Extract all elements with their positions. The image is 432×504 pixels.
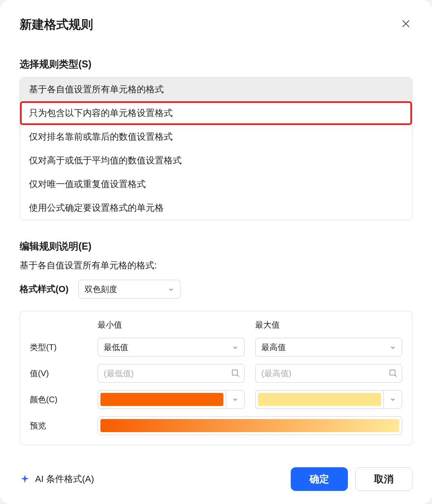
min-value-placeholder: (最低值) — [104, 368, 134, 379]
max-type-select[interactable]: 最高值 — [255, 338, 402, 357]
svg-rect-0 — [232, 370, 238, 375]
new-format-rule-dialog: 新建格式规则 选择规则类型(S) 基于各自值设置所有单元格的格式 只为包含以下内… — [0, 0, 432, 504]
dialog-title: 新建格式规则 — [20, 16, 412, 33]
min-value-input[interactable]: (最低值) — [98, 364, 245, 383]
min-type-value: 最低值 — [104, 342, 128, 353]
rule-type-item[interactable]: 基于各自值设置所有单元格的格式 — [20, 78, 412, 101]
type-row-label: 类型(T) — [30, 342, 87, 353]
max-type-value: 最高值 — [261, 342, 286, 353]
min-type-select[interactable]: 最低值 — [98, 338, 245, 357]
rule-type-list: 基于各自值设置所有单元格的格式 只为包含以下内容的单元格设置格式 仅对排名靠前或… — [20, 77, 412, 220]
chevron-down-icon — [390, 396, 396, 403]
ai-link-label: AI 条件格式(A) — [35, 473, 94, 485]
max-color-swatch — [255, 390, 383, 409]
rule-type-item[interactable]: 使用公式确定要设置格式的单元格 — [20, 196, 412, 220]
rule-type-item[interactable]: 只为包含以下内容的单元格设置格式 — [20, 101, 412, 125]
dialog-footer: AI 条件格式(A) 确定 取消 — [20, 467, 412, 491]
format-style-select[interactable]: 双色刻度 — [78, 280, 180, 299]
svg-rect-1 — [390, 370, 395, 375]
chevron-down-icon — [232, 343, 239, 351]
format-style-value: 双色刻度 — [85, 284, 117, 295]
max-value-input[interactable]: (最高值) — [255, 364, 402, 383]
max-value-placeholder: (最高值) — [261, 368, 291, 379]
rule-description: 基于各自值设置所有单元格的格式: — [20, 259, 412, 272]
range-picker-icon[interactable] — [389, 369, 398, 378]
preview-gradient — [100, 419, 399, 432]
color-scale-settings: 最小值 最大值 类型(T) 最低值 最高值 值(V) (最低值) (最高值) — [20, 311, 412, 445]
min-color-select[interactable] — [98, 390, 245, 409]
chevron-down-icon — [232, 396, 238, 403]
footer-buttons: 确定 取消 — [291, 467, 412, 491]
cancel-button[interactable]: 取消 — [355, 467, 412, 491]
format-style-row: 格式样式(O) 双色刻度 — [20, 280, 412, 299]
min-color-swatch — [98, 390, 226, 409]
preview-bar — [98, 416, 402, 435]
preview-row-label: 预览 — [30, 420, 87, 431]
color-row-label: 颜色(C) — [30, 394, 87, 405]
value-row-label: 值(V) — [30, 368, 87, 379]
rule-type-item[interactable]: 仅对排名靠前或靠后的数值设置格式 — [20, 125, 412, 149]
max-color-select[interactable] — [255, 390, 402, 409]
chevron-down-icon — [168, 285, 175, 293]
ok-button[interactable]: 确定 — [291, 467, 348, 491]
max-color-fill — [258, 393, 381, 406]
ai-conditional-format-link[interactable]: AI 条件格式(A) — [20, 473, 94, 485]
max-color-dropdown[interactable] — [383, 390, 402, 409]
min-color-dropdown[interactable] — [226, 390, 245, 409]
rule-type-section-label: 选择规则类型(S) — [20, 58, 412, 71]
min-column-header: 最小值 — [98, 319, 245, 330]
max-column-header: 最大值 — [255, 319, 402, 330]
range-picker-icon[interactable] — [231, 369, 240, 378]
chevron-down-icon — [390, 343, 397, 351]
min-color-fill — [100, 393, 223, 406]
ai-spark-icon — [20, 474, 30, 484]
rule-type-item[interactable]: 仅对唯一值或重复值设置格式 — [20, 172, 412, 196]
edit-rule-section-label: 编辑规则说明(E) — [20, 240, 412, 253]
close-button[interactable] — [399, 17, 412, 30]
rule-type-item[interactable]: 仅对高于或低于平均值的数值设置格式 — [20, 149, 412, 172]
close-icon — [401, 19, 411, 29]
format-style-label: 格式样式(O) — [20, 283, 69, 295]
